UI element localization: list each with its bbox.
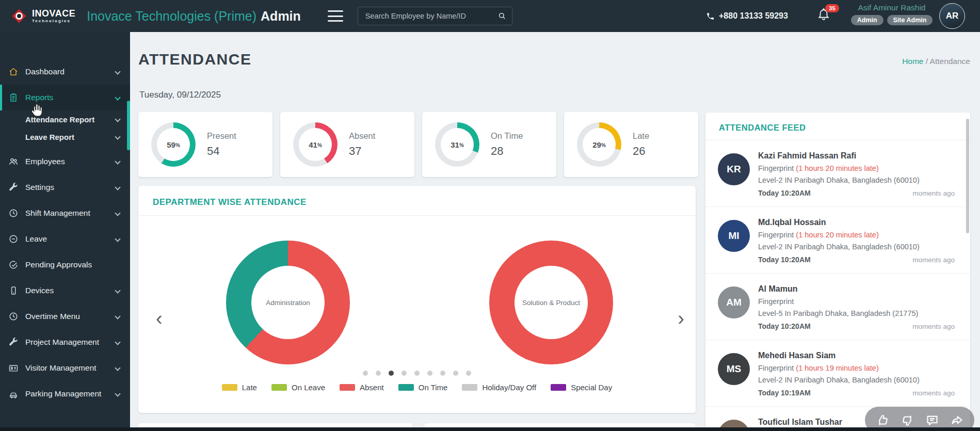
donut-chart: Solution & Product (489, 241, 613, 364)
brand-logo[interactable]: INOVACE Technologies (0, 7, 75, 25)
hamburger-menu-icon[interactable] (328, 10, 343, 22)
present-gauge: 59% (151, 122, 196, 167)
donut-label: Administration (226, 241, 350, 364)
app-title: Inovace Technologies (Prime)Admin (87, 9, 301, 24)
carousel-dot[interactable] (401, 371, 407, 376)
employee-avatar: MS (718, 353, 750, 385)
chevron-down-icon (115, 184, 120, 190)
legend-item-on-time: On Time (398, 383, 448, 392)
carousel-dot[interactable] (453, 371, 458, 376)
employee-name: Kazi Fahmid Hassan Rafi (758, 151, 955, 161)
sidebar-item-leave[interactable]: Leave (0, 226, 130, 252)
legend-swatch (271, 384, 287, 391)
comment-icon[interactable] (925, 413, 939, 427)
legend-swatch (551, 384, 566, 391)
stat-value: 54 (207, 145, 236, 158)
notification-badge: 35 (825, 4, 839, 12)
notifications-button[interactable]: 35 (817, 7, 832, 23)
sidebar-item-shift-management[interactable]: Shift Management (0, 200, 130, 226)
time-ago: moments ago (912, 389, 955, 397)
carousel-dot[interactable] (363, 371, 368, 376)
phone-number: +880 13133 59293 (719, 11, 788, 21)
sidebar-item-project-management[interactable]: Project Management (0, 329, 130, 355)
feed-item[interactable]: MS Mehedi Hasan Siam Fingerprint (1 hour… (705, 340, 970, 407)
punch-time: Today 10:19AM (758, 389, 811, 397)
current-date: Tuesday, 09/12/2025 (139, 90, 221, 100)
chevron-down-icon (115, 236, 120, 242)
chevron-down-icon (115, 134, 120, 139)
on-time-gauge: 31% (435, 122, 479, 167)
sidebar-item-attendance-report[interactable]: Attendance Report (0, 110, 130, 128)
sidebar-item-leave-report[interactable]: Leave Report (0, 128, 130, 146)
employee-avatar: KR (718, 153, 750, 185)
search-input[interactable] (365, 12, 497, 20)
chevron-down-icon (115, 210, 120, 216)
sidebar-scrollbar[interactable] (127, 101, 130, 150)
carousel-dot[interactable] (414, 371, 420, 376)
stat-card-absent: 41% Absent 37 (280, 112, 414, 177)
employee-search (358, 7, 512, 25)
clock-icon (8, 311, 19, 322)
feed-item[interactable]: KR Kazi Fahmid Hassan Rafi Fingerprint (… (705, 140, 970, 207)
legend-item-absent: Absent (340, 383, 384, 392)
sidebar-item-visitor-management[interactable]: Visitor Management (0, 355, 130, 381)
time-ago: moments ago (912, 256, 955, 264)
chevron-down-icon (115, 288, 120, 293)
chevron-down-icon (115, 94, 120, 100)
sidebar-item-parking-management[interactable]: Parking Management (0, 381, 130, 407)
search-icon[interactable] (497, 11, 507, 21)
role-badge-admin: Admin (851, 15, 883, 25)
chevron-down-icon (115, 158, 120, 164)
role-badge-site-admin: Site Admin (887, 15, 933, 25)
report-icon (8, 92, 19, 103)
legend-item-special-day: Special Day (551, 383, 612, 392)
legend-swatch (462, 384, 477, 391)
punch-location: Level-2 IN Paribagh Dhaka, Bangladesh (6… (758, 176, 955, 184)
home-icon (8, 67, 19, 77)
thumbs-up-icon[interactable] (876, 413, 890, 427)
minus-circle-icon (8, 234, 19, 244)
time-ago: moments ago (912, 323, 955, 330)
late-note: (1 hours 20 minutes late) (796, 231, 878, 239)
carousel-dot[interactable] (389, 371, 394, 376)
legend-swatch (340, 384, 355, 391)
sidebar-item-overtime-menu[interactable]: Overtime Menu (0, 304, 130, 329)
tools-icon (8, 182, 19, 193)
user-info[interactable]: Asif Aminur Rashid Admin Site Admin (852, 3, 932, 25)
sidebar-item-employees[interactable]: Employees (0, 149, 130, 174)
carousel-dot[interactable] (427, 371, 432, 376)
sidebar-item-devices[interactable]: Devices (0, 278, 130, 304)
users-icon (8, 156, 19, 167)
carousel-prev-button[interactable]: ‹ (156, 309, 163, 328)
user-avatar[interactable]: AR (939, 3, 965, 29)
carousel-dot[interactable] (466, 371, 471, 376)
sidebar-item-pending-approvals[interactable]: Pending Approvals (0, 252, 130, 278)
legend-swatch (398, 384, 414, 391)
thumbs-down-icon[interactable] (901, 413, 914, 427)
chevron-down-icon (115, 365, 120, 371)
carousel-next-button[interactable]: › (678, 309, 684, 328)
check-circle-icon (8, 260, 19, 270)
feed-scrollbar[interactable] (966, 119, 969, 233)
punch-location: Level-5 In Paribagh Dhaka, Bangladesh (2… (758, 309, 955, 317)
breadcrumb: Home / Attendance (902, 51, 970, 66)
breadcrumb-home-link[interactable]: Home (902, 57, 923, 66)
contact-phone: +880 13133 59293 (706, 11, 788, 21)
feed-item[interactable]: MI Md.Iqbal Hossain Fingerprint (1 hours… (705, 207, 970, 274)
carousel-dots (138, 371, 696, 376)
top-header: INOVACE Technologies Inovace Technologie… (0, 0, 980, 32)
attendance-feed-title: ATTENDANCE FEED (705, 113, 970, 140)
sidebar-item-reports[interactable]: Reports (0, 85, 130, 110)
share-icon[interactable] (950, 413, 964, 427)
feed-item[interactable]: AM Al Mamun Fingerprint Level-5 In Parib… (705, 274, 970, 340)
legend-item-holiday: Holiday/Day Off (462, 383, 536, 392)
sidebar-item-dashboard[interactable]: Dashboard (0, 59, 130, 85)
attendance-stats-row: 59% Present 54 41% Absent 37 31% On Time… (138, 112, 698, 177)
device-icon (8, 285, 19, 296)
carousel-dot[interactable] (376, 371, 381, 376)
carousel-dot[interactable] (440, 371, 445, 376)
mouse-cursor-hand (28, 102, 44, 120)
punch-time: Today 10:20AM (758, 322, 811, 330)
sidebar-item-settings[interactable]: Settings (0, 174, 130, 200)
page-title: ATTENDANCE (138, 51, 251, 68)
